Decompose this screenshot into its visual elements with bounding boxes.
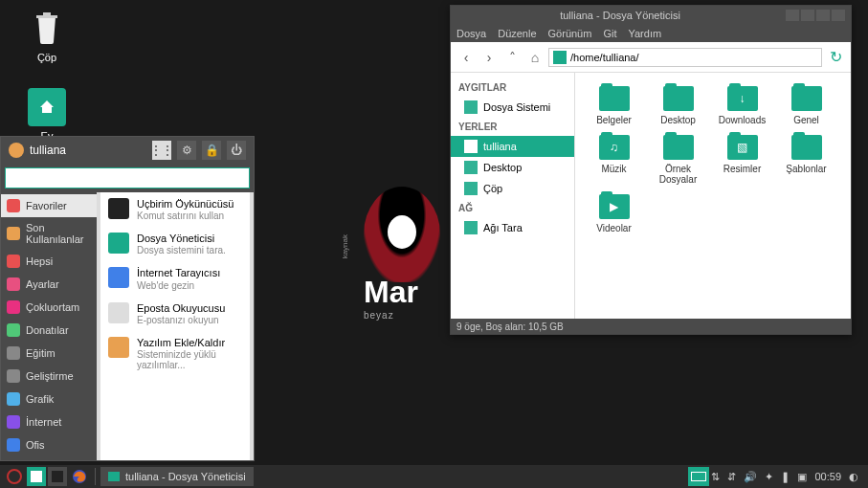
tray-volume-icon[interactable]: 🔊 [744,471,757,483]
nav-back-button[interactable]: ‹ [456,48,476,67]
app-item[interactable]: Eposta OkuyucusuE-postanızı okuyun [100,297,250,331]
workspace-switcher[interactable] [688,467,709,486]
tray-updates-icon[interactable]: ⇅ [711,471,720,483]
start-menu-header: tulliana ⋮⋮ ⚙ 🔒 ⏻ [1,137,254,164]
app-item[interactable]: Dosya YöneticisiDosya sistemini tara. [100,227,250,261]
app-desc: Dosya sistemini tara. [137,245,226,255]
folder-item[interactable]: ▧Resimler [711,133,773,187]
taskbar-task[interactable]: tulliana - Dosya Yöneticisi [100,467,254,486]
toolbar: ‹ › ˄ ⌂ /home/tulliana/ ↻ [451,42,851,73]
file-grid: BelgelerDesktop↓DownloadsGenel♫MüzikÖrne… [575,73,851,319]
sidebar-item[interactable]: Desktop [451,157,574,178]
start-button[interactable] [4,467,25,486]
nav-up-button[interactable]: ˄ [502,48,522,67]
folder-item[interactable]: Genel [775,84,837,127]
sidebar-item-label: Çöp [483,183,502,194]
menubar: DosyaDüzenleGörünümGitYardım [451,25,851,42]
category-item[interactable]: Hepsi [1,250,97,273]
menu-item[interactable]: Dosya [456,28,486,39]
folder-item[interactable]: ↓Downloads [711,84,773,127]
view-toggle-button[interactable]: ⋮⋮ [152,141,171,160]
window-titlebar[interactable]: tulliana - Dosya Yöneticisi [451,6,851,25]
sidebar-item[interactable]: tulliana [451,136,574,157]
file-manager-window: tulliana - Dosya Yöneticisi DosyaDüzenle… [450,5,852,335]
clock[interactable]: 00:59 [814,471,841,482]
menu-item[interactable]: Git [603,28,616,39]
sidebar-item[interactable]: Ağı Tara [451,217,574,238]
minimize-button[interactable] [786,10,799,21]
folder-icon [663,86,694,111]
sidebar-item[interactable]: Çöp [451,178,574,199]
sidebar-item-icon [464,100,478,114]
folder-item[interactable]: ♫Müzik [583,133,645,187]
category-label: İnternet [26,416,61,428]
sidebar-item-icon [464,221,478,234]
folder-icon [791,86,822,111]
folder-icon [599,86,630,111]
category-item[interactable]: Çokluortam [1,296,97,319]
app-item[interactable]: Yazılım Ekle/KaldırSisteminizde yüklü ya… [100,331,250,376]
desktop-trash[interactable]: Çöp [13,10,80,63]
app-item[interactable]: İnternet TarayıcısıWeb'de gezin [100,261,250,296]
category-label: Grafik [26,393,54,405]
nav-forward-button[interactable]: › [479,48,499,67]
folder-item[interactable]: Belgeler [583,84,645,127]
sidebar-item-label: Dosya Sistemi [483,101,550,113]
pinned-app-1[interactable] [27,467,46,486]
path-bar[interactable]: /home/tulliana/ [548,48,822,67]
menu-item[interactable]: Düzenle [498,28,536,39]
pinned-terminal[interactable] [48,467,67,486]
menu-item[interactable]: Görünüm [548,28,592,39]
app-item[interactable]: Uçbirim ÖykünücüsüKomut satırını kullan [100,192,250,227]
user-name: tulliana [30,144,146,157]
folder-item[interactable]: ▶Videolar [583,192,645,235]
menu-button[interactable] [816,10,830,21]
folder-item[interactable]: Desktop [647,84,709,127]
category-label: Ofis [26,439,45,451]
maximize-button[interactable] [801,10,814,21]
sidebar-item-icon [464,161,478,174]
menu-item[interactable]: Yardım [628,28,661,39]
tray-notifications-icon[interactable]: ▣ [797,471,807,483]
folder-item[interactable]: Örnek Dosyalar [647,133,709,187]
category-item[interactable]: Eğitim [1,342,97,365]
reload-button[interactable]: ↻ [826,48,845,67]
folder-item[interactable]: Şablonlar [775,133,837,187]
category-icon [7,438,20,452]
power-button[interactable]: ⏻ [227,141,246,160]
folder-label: Müzik [601,164,626,174]
category-item[interactable]: Grafik [1,388,97,410]
category-item[interactable]: Geliştirme [1,365,97,388]
sidebar-heading: YERLER [451,118,574,136]
folder-icon [553,51,567,64]
category-item[interactable]: Ofis [1,433,97,456]
folder-label: Şablonlar [786,164,826,174]
pinned-firefox[interactable] [69,467,90,486]
app-title: Eposta Okuyucusu [137,302,225,315]
category-item[interactable]: İnternet [1,410,97,433]
app-icon [108,337,129,358]
category-item[interactable]: Son Kullanılanlar [1,217,97,250]
tray-settings-icon[interactable]: ✦ [765,471,773,483]
folder-icon [663,135,694,160]
close-button[interactable] [832,10,845,21]
folder-icon: ↓ [727,86,758,111]
tray-user-icon[interactable]: ◐ [849,471,858,483]
path-text: /home/tulliana/ [570,52,639,63]
tray-network-icon[interactable]: ⇵ [727,471,736,483]
system-tray: ⇅ ⇵ 🔊 ✦ ❚ ▣ 00:59 ◐ [711,471,864,483]
category-item[interactable]: Donatılar [1,319,97,342]
sidebar-item[interactable]: Dosya Sistemi [451,97,574,118]
category-label: Favoriler [26,200,67,211]
tray-power-icon[interactable]: ❚ [781,471,790,483]
settings-button[interactable]: ⚙ [177,141,196,160]
svg-point-2 [8,470,21,483]
task-label: tulliana - Dosya Yöneticisi [125,471,246,482]
nav-home-button[interactable]: ⌂ [525,48,545,67]
folder-icon [108,472,120,481]
category-item[interactable]: Favoriler [1,194,97,217]
category-item[interactable]: Ayarlar [1,273,97,296]
desktop-home[interactable]: Ev [13,88,80,142]
lock-button[interactable]: 🔒 [202,141,221,160]
search-input[interactable] [5,167,250,189]
